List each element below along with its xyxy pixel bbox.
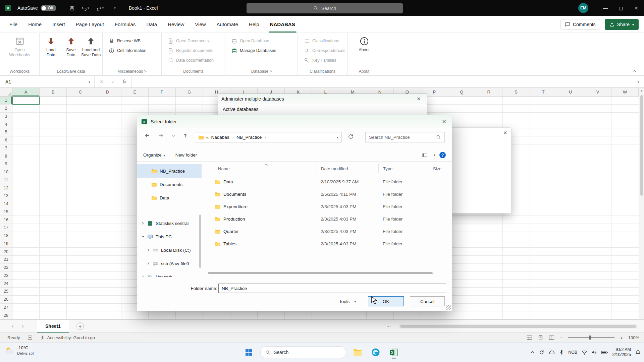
taskbar-clock[interactable]: 9:52 AM 2/10/2025 <box>612 347 631 357</box>
folder-name-input[interactable]: NB_Practice <box>218 284 446 293</box>
refresh-button[interactable] <box>348 134 354 139</box>
row-header-1[interactable]: 1 <box>0 97 12 105</box>
row-header-16[interactable]: 16 <box>0 216 12 224</box>
tree-scrollbar[interactable] <box>199 215 201 268</box>
row-header-5[interactable]: 5 <box>0 128 12 136</box>
forward-button[interactable] <box>158 133 164 138</box>
autosave-toggle[interactable]: AutoSave Off <box>17 0 56 16</box>
notification-bell-icon[interactable] <box>635 350 641 355</box>
quick-access-more-button[interactable]: ▿ <box>109 0 120 16</box>
excel-taskbar-button[interactable]: X <box>387 346 400 359</box>
row-header-3[interactable]: 3 <box>0 113 12 121</box>
admin-dialog-close-button[interactable]: ✕ <box>414 96 424 102</box>
row-header-4[interactable]: 4 <box>0 120 12 128</box>
file-row-production[interactable]: Production2/3/2025 4:03 PMFile folder <box>205 213 450 225</box>
page-break-view-icon[interactable] <box>549 335 554 340</box>
tray-expand-icon[interactable] <box>531 351 535 354</box>
formula-input[interactable] <box>132 76 633 87</box>
zoom-in-button[interactable]: + <box>620 335 623 341</box>
ribbon-tab-review[interactable]: Review <box>162 16 190 33</box>
scroll-up-icon[interactable]: ▲ <box>639 88 644 93</box>
tree-item-ssb-aw-file0[interactable]: ssb (\\aw-file0 <box>137 257 202 270</box>
select-folder-close-button[interactable]: ✕ <box>436 115 452 128</box>
tree-item-nb-practice[interactable]: NB_Practice <box>137 164 202 178</box>
column-header-size[interactable]: Size <box>428 164 450 173</box>
ribbon-item-load-and-save-data[interactable]: Load andSave Data <box>81 34 101 58</box>
accessibility-status[interactable]: Accessibility: Good to go <box>40 335 95 340</box>
redo-button[interactable]: ▾ <box>95 0 105 16</box>
minimize-button[interactable]: — <box>598 0 613 16</box>
column-header-f[interactable]: F <box>149 88 176 96</box>
row-header-12[interactable]: 12 <box>0 184 12 192</box>
column-header-q[interactable]: Q <box>448 88 475 96</box>
cancel-formula-button[interactable]: ✕ <box>96 79 107 84</box>
collapse-ribbon-button[interactable] <box>632 69 637 73</box>
save-button[interactable] <box>66 0 77 16</box>
file-explorer-button[interactable] <box>351 346 364 359</box>
row-header-28[interactable]: 28 <box>0 311 12 319</box>
view-mode-dropdown-icon[interactable]: ▾ <box>434 153 435 157</box>
ribbon-tab-help[interactable]: Help <box>244 16 265 33</box>
column-header-b[interactable]: B <box>40 88 67 96</box>
undo-button[interactable]: ▾ <box>80 0 91 16</box>
file-row-data[interactable]: Data2/10/2025 9:37 AMFile folder <box>205 176 450 188</box>
row-header-6[interactable]: 6 <box>0 136 12 144</box>
new-folder-button[interactable]: New folder <box>175 153 197 158</box>
column-header-w[interactable]: W <box>611 88 639 96</box>
titlebar-search[interactable]: Search <box>247 3 403 13</box>
row-header-8[interactable]: 8 <box>0 152 12 160</box>
maximize-button[interactable]: ▢ <box>613 0 629 16</box>
column-header-d[interactable]: D <box>94 88 121 96</box>
autosave-switch[interactable]: Off <box>41 5 56 11</box>
ribbon-tab-formulas[interactable]: Formulas <box>109 16 141 33</box>
tree-item-statistisk-sentral[interactable]: Statistisk sentral <box>137 217 202 230</box>
resize-grip[interactable] <box>446 305 451 310</box>
ribbon-item-manage-databases[interactable]: Manage Databases <box>231 46 276 55</box>
zoom-slider-knob[interactable] <box>589 336 591 340</box>
name-box[interactable]: A1 ▾ <box>0 76 95 87</box>
select-all-corner[interactable] <box>0 88 12 97</box>
vertical-scroll-thumb[interactable] <box>640 95 643 196</box>
cancel-button[interactable]: Cancel <box>410 296 445 306</box>
ribbon-tab-view[interactable]: View <box>190 16 211 33</box>
column-header-a[interactable]: A <box>12 88 40 96</box>
row-header-11[interactable]: 11 <box>0 176 12 184</box>
row-header-24[interactable]: 24 <box>0 280 12 288</box>
view-mode-icon[interactable] <box>422 153 428 158</box>
wifi-icon[interactable] <box>582 350 587 355</box>
ribbon-tab-file[interactable]: File <box>4 16 23 33</box>
back-button[interactable] <box>144 133 150 138</box>
column-header-t[interactable]: T <box>530 88 557 96</box>
row-header-13[interactable]: 13 <box>0 192 12 200</box>
horizontal-scrollbar[interactable] <box>398 324 638 328</box>
comments-button[interactable]: Comments <box>560 19 600 30</box>
edge-button[interactable] <box>369 346 382 359</box>
row-header-23[interactable]: 23 <box>0 272 12 280</box>
zoom-slider[interactable] <box>568 337 614 338</box>
share-button[interactable]: Share ▾ <box>605 19 639 30</box>
file-row-tables[interactable]: Tables2/3/2025 4:03 PMFile folder <box>205 238 450 250</box>
row-header-25[interactable]: 25 <box>0 288 12 296</box>
breadcrumb-dropdown-icon[interactable]: ▾ <box>337 135 338 139</box>
chevron-down-icon[interactable] <box>141 235 145 238</box>
row-header-27[interactable]: 27 <box>0 304 12 312</box>
column-header-c[interactable]: C <box>67 88 94 96</box>
up-button[interactable] <box>182 133 189 138</box>
column-header-u[interactable]: U <box>557 88 584 96</box>
tools-button[interactable]: Tools▾ <box>333 296 362 306</box>
row-header-15[interactable]: 15 <box>0 208 12 216</box>
ribbon-item-cell-information[interactable]: Cell Information <box>109 46 147 55</box>
row-header-10[interactable]: 10 <box>0 168 12 176</box>
ribbon-tab-nadabas[interactable]: NADABAS <box>265 16 301 33</box>
vertical-scrollbar[interactable]: ▲ <box>639 88 644 319</box>
ribbon-item-load-data[interactable]: LoadData <box>41 34 61 58</box>
chevron-right-icon[interactable] <box>141 222 145 225</box>
recent-locations-button[interactable] <box>171 134 175 137</box>
breadcrumb-prefix[interactable]: « <box>206 135 209 140</box>
column-header-r[interactable]: R <box>475 88 502 96</box>
row-header-22[interactable]: 22 <box>0 264 12 272</box>
avatar[interactable]: EM <box>578 3 588 13</box>
weather-widget[interactable]: -10°C Delvis sol <box>5 345 34 356</box>
breadcrumb-item-nadabas[interactable]: Nadabas <box>211 135 229 140</box>
sheet-bar-splitter[interactable]: ⋯ <box>386 323 391 329</box>
